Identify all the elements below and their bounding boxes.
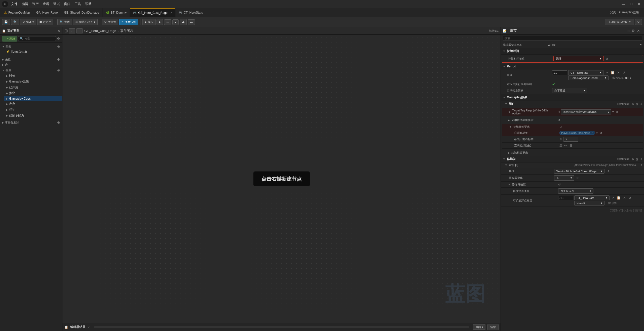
modifier-index0-header[interactable]: ▼ 索引 [0] (AttributeName="CurrentRage",At… xyxy=(501,162,644,168)
class-defaults-button[interactable]: ✏ 类默认值 xyxy=(119,19,138,25)
page-button[interactable]: 页面 ▾ xyxy=(473,324,485,330)
magnitude-calc-dropdown[interactable]: 可扩展浮点 ▾ xyxy=(558,188,593,194)
menu-asset[interactable]: 资产 xyxy=(32,2,39,6)
operation-dropdown[interactable]: 加 ▾ xyxy=(554,175,574,181)
magnitude-expand[interactable]: ▼ xyxy=(508,183,510,186)
search-input[interactable] xyxy=(24,37,54,40)
play-button[interactable]: ▶ xyxy=(157,19,163,25)
minimize-button[interactable]: — xyxy=(620,2,627,6)
operation-reset[interactable]: ↺ xyxy=(576,176,579,180)
var-tags[interactable]: ▶ 标签 xyxy=(4,107,62,113)
duration-section-header[interactable]: ▼ 持续时间 xyxy=(501,48,644,55)
var-gameplay-cues[interactable]: ▶ Gameplay Cues xyxy=(4,96,62,101)
settings-button[interactable]: ⚙ xyxy=(635,19,642,25)
header-icons[interactable]: ⊞ ⚙ ✕ xyxy=(625,27,642,35)
must-not-have-value[interactable]: 空 ▾ xyxy=(559,137,641,142)
layout-icon[interactable]: ⊞ xyxy=(627,29,630,33)
sf-curve-dropdown[interactable]: Hero.R... ▾ xyxy=(574,201,604,205)
event-dispatchers-header[interactable]: ▶ 事件分发器 ⊕ xyxy=(0,120,62,125)
event-graph-item[interactable]: ⚡ EventGraph xyxy=(0,49,62,54)
add-ed-button[interactable]: ⊕ xyxy=(57,120,60,125)
duration-strategy-reset[interactable]: ↺ xyxy=(606,57,608,61)
macros-section-header[interactable]: ▶ 宏 xyxy=(0,62,62,67)
must-have-reset[interactable]: ↺ xyxy=(600,131,602,135)
period-copy-icon[interactable]: 📋 xyxy=(610,70,615,75)
var-granted-ability[interactable]: ▶ 已赋予能力 xyxy=(4,113,62,118)
nav-back-button[interactable]: ← xyxy=(69,28,75,33)
var-gameplay-effect[interactable]: ▶ Gameplay效果 xyxy=(4,79,62,85)
var-废弃[interactable]: ▶ 废弃 xyxy=(4,101,62,107)
target-tag-reqs-reset[interactable]: ↺ xyxy=(616,110,618,114)
tag-remove-button[interactable]: ✕ xyxy=(591,132,593,134)
details-search-input[interactable] xyxy=(503,36,642,41)
compiler-close-button[interactable]: ✕ xyxy=(87,325,90,329)
ongoing-arrow[interactable]: ▼ xyxy=(509,126,512,128)
fit-view-button[interactable]: ⊞ xyxy=(64,28,68,33)
delete-component-icon[interactable]: 🗑 xyxy=(635,102,638,106)
attribute-dropdown[interactable]: WarriorAttributeSet.CurrentRage ▾ xyxy=(554,169,604,174)
duration-strategy-value[interactable]: 无限 ▾ ↺ xyxy=(553,56,641,61)
menu-debug[interactable]: 调试 xyxy=(53,2,60,6)
tab-close-icon[interactable]: ✕ xyxy=(170,11,172,14)
period-curve-dropdown[interactable]: Hero.RageCostPeriod ▾ xyxy=(568,75,609,80)
tab-ct-hero-stats[interactable]: 🎮 CT_HeroStats xyxy=(175,8,206,17)
execution-influence-checkbox[interactable]: ✔ xyxy=(552,82,555,86)
browse-button[interactable]: 🔍 xyxy=(11,19,19,25)
class-settings-button[interactable]: ⚙ 类设置 xyxy=(102,19,118,25)
sf-copy-icon[interactable]: 📋 xyxy=(616,196,621,200)
gameplay-effect-section-header[interactable]: ▼ Gameplay效果 xyxy=(501,94,644,101)
close-icon[interactable]: ✕ xyxy=(637,29,640,33)
duration-strategy-dropdown[interactable]: 无限 ▾ xyxy=(553,56,604,61)
index0-reset[interactable]: ↺ xyxy=(639,163,642,167)
period-value[interactable]: CT_HeroStats ▾ ↗ 📋 ✕ ↺ Hero.RageCostPeri… xyxy=(552,70,642,80)
hide-dropdown-icon[interactable]: ▾ xyxy=(94,20,95,24)
tab-bt-dummy[interactable]: 🌿 BT_Dummy xyxy=(102,8,130,17)
add-modifier-icon[interactable]: ⊕ xyxy=(631,157,634,161)
app-tag-reqs-reset[interactable]: ↺ xyxy=(558,118,560,122)
menu-help[interactable]: 帮助 xyxy=(85,2,92,6)
must-have-dropdown[interactable]: ▾ xyxy=(596,131,598,135)
maximize-button[interactable]: □ xyxy=(629,2,634,6)
add-variables-button[interactable]: ⊕ xyxy=(57,68,60,72)
period-go-icon[interactable]: ↗ xyxy=(604,70,609,75)
sf-go-icon[interactable]: ↗ xyxy=(611,196,615,200)
scalable-float-datasource[interactable]: CT_HeroStats ▾ xyxy=(574,195,610,200)
attribute-reset[interactable]: ↺ xyxy=(607,170,609,173)
stop-policy-value[interactable]: 永不重设 ▾ xyxy=(552,88,642,93)
simulate-button[interactable]: ▶ 模拟 xyxy=(142,19,156,25)
target-tag-reqs-dropdown2[interactable]: ▾ xyxy=(612,110,614,114)
tab-ge-hero-cost-rage[interactable]: 🎮 GE_Hero_Cost_Rage ✕ xyxy=(130,8,175,17)
variables-section-header[interactable]: ▼ 变量 ⊕ xyxy=(0,67,62,73)
compare-dropdown-icon[interactable]: ▾ xyxy=(49,20,51,24)
sf-reset[interactable]: ↺ xyxy=(629,196,631,200)
stop-button[interactable]: ■ xyxy=(172,19,179,25)
scalable-float-input[interactable] xyxy=(558,196,573,200)
attribute-value[interactable]: WarriorAttributeSet.CurrentRage ▾ ↺ xyxy=(554,169,642,174)
target-tag-reqs-dropdown[interactable]: 需要标签才能应用/继续此效果 ▾ xyxy=(561,109,611,114)
delete-modifier-icon[interactable]: 🗑 xyxy=(635,157,638,161)
skip-button[interactable]: ⏭ xyxy=(164,19,171,25)
operation-value[interactable]: 加 ▾ ↺ xyxy=(554,175,642,181)
components-reset[interactable]: ↺ xyxy=(639,102,642,106)
var-deprecated[interactable]: ▶ 已弃用 xyxy=(4,85,62,90)
eject-button[interactable]: ⏏ xyxy=(180,19,187,25)
nav-forward-button[interactable]: → xyxy=(76,28,83,33)
app-tag-reqs-expand[interactable]: ▶ xyxy=(508,119,510,121)
var-time[interactable]: ▶ 时长 xyxy=(4,73,62,79)
period-section-header[interactable]: ▼ Period xyxy=(501,64,644,69)
scalable-float-value[interactable]: CT_HeroStats ▾ ↗ 📋 ✕ ↺ Hero.R... ▾ 以1预览 xyxy=(558,195,642,205)
more-button[interactable]: ••• xyxy=(188,19,195,25)
menu-edit[interactable]: 编辑 xyxy=(22,2,28,6)
editor-status-flag[interactable]: ⚑ xyxy=(639,43,642,47)
tab-ga-hero-rage[interactable]: GA_Hero_Rage xyxy=(33,8,61,17)
add-graph-button[interactable]: ⊕ xyxy=(57,45,60,49)
add-functions-button[interactable]: ⊕ xyxy=(57,57,60,61)
graph-section-header[interactable]: ▼ 图表 ⊕ xyxy=(0,44,62,49)
menu-tools[interactable]: 工具 xyxy=(74,2,81,6)
period-datasource-dropdown[interactable]: CT_HeroStats ▾ xyxy=(568,70,603,75)
period-input[interactable] xyxy=(552,70,567,75)
modifiers-icons[interactable]: ⊕ 🗑 xyxy=(631,157,638,161)
compare-button[interactable]: ⇄ 对比 ▾ xyxy=(37,19,53,25)
functions-section-header[interactable]: ▶ 函数 ⊕ xyxy=(0,57,62,62)
menu-file[interactable]: 文件 xyxy=(11,2,18,6)
